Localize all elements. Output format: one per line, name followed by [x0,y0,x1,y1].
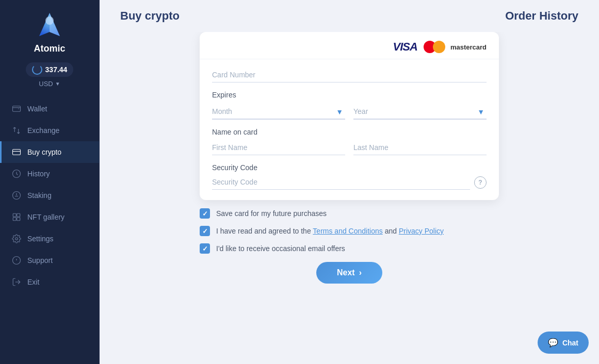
buy-crypto-header-title: Buy crypto [120,9,180,23]
chat-button-label: Chat [562,339,578,347]
chat-bubble-icon: 💬 [548,338,558,348]
save-card-label: Save card for my future purchases [216,209,327,218]
exchange-icon [12,126,21,135]
sidebar-item-label-history: History [27,170,50,178]
support-icon [12,256,21,265]
terms-prefix-text: I have read and agreed to the [216,227,313,235]
sidebar-item-label-support: Support [27,256,53,264]
staking-icon [12,191,21,200]
balance-container: 337.44 [26,62,74,77]
security-row: ? [212,175,487,190]
checkboxes-section: ✓ Save card for my future purchases ✓ I … [200,208,499,254]
sidebar-item-wallet[interactable]: Wallet [0,98,99,120]
first-name-input[interactable] [212,140,345,155]
sidebar-item-label-exit: Exit [27,278,39,286]
buy-crypto-icon [12,147,21,157]
card-form-scroll[interactable]: VISA mastercard Expires [200,32,499,200]
security-code-input[interactable] [212,175,470,190]
svg-rect-7 [13,218,16,221]
year-select[interactable]: Year 2024 2025 2026 2027 2028 2029 2030 [353,104,487,120]
last-name-input[interactable] [353,140,487,155]
currency-label: USD [39,80,53,88]
security-code-label: Security Code [212,163,487,172]
sidebar-item-exit[interactable]: Exit [0,271,99,293]
save-card-check-icon: ✓ [202,210,208,218]
logo-container: Atomic [34,10,65,54]
first-name-field [212,140,345,155]
order-history-header-title: Order History [505,9,578,23]
security-code-help-icon[interactable]: ? [474,176,487,189]
visa-logo: VISA [393,40,417,54]
card-number-section [200,59,499,91]
balance-spinner-icon [32,64,42,75]
nav-menu: Wallet Exchange Buy crypto History Staki… [0,98,99,293]
name-on-card-label: Name on card [200,128,499,136]
month-select-wrapper: Month January February March April May J… [212,104,345,120]
balance-amount: 337.44 [45,65,68,74]
logo-text: Atomic [34,43,65,54]
sidebar-item-label-exchange: Exchange [27,126,59,135]
sidebar-item-label-staking: Staking [27,191,52,200]
card-number-input[interactable] [212,68,487,82]
email-offers-label: I'd like to receive occasional email off… [216,244,345,253]
next-button-label: Next [337,268,355,277]
svg-rect-6 [17,213,20,217]
terms-middle-text: and [383,227,399,235]
currency-selector[interactable]: USD ▼ [39,80,60,88]
year-select-wrapper: Year 2024 2025 2026 2027 2028 2029 2030 … [353,104,487,120]
last-name-field [353,140,487,155]
month-select[interactable]: Month January February March April May J… [212,104,345,120]
terms-check-icon: ✓ [202,227,208,235]
mastercard-logo: mastercard [424,41,487,53]
privacy-policy-link[interactable]: Privacy Policy [399,227,444,235]
sidebar-item-support[interactable]: Support [0,250,99,271]
svg-rect-8 [17,218,20,221]
main-content: Buy crypto Order History VISA mastercard [100,0,599,364]
next-button[interactable]: Next › [316,262,382,284]
exit-icon [12,277,21,287]
sidebar-item-label-wallet: Wallet [27,105,47,113]
terms-checkbox[interactable]: ✓ [200,226,210,236]
expires-label: Expires [212,91,487,99]
settings-icon [12,234,21,243]
terms-conditions-link[interactable]: Terms and Conditions [313,227,382,235]
sidebar-item-history[interactable]: History [0,163,99,185]
sidebar-item-exchange[interactable]: Exchange [0,120,99,141]
nft-gallery-icon [12,212,21,222]
sidebar-item-staking[interactable]: Staking [0,185,99,206]
wallet-icon [12,104,21,113]
svg-rect-2 [13,150,21,155]
save-card-checkbox-row: ✓ Save card for my future purchases [200,208,499,219]
expires-section: Expires [200,91,499,104]
email-offers-checkbox[interactable]: ✓ [200,243,210,254]
svg-point-9 [15,238,18,240]
mc-text: mastercard [450,43,487,51]
card-logos: VISA mastercard [200,32,499,59]
security-section: Security Code ? [200,163,499,200]
sidebar-item-label-settings: Settings [27,235,54,243]
terms-label: I have read and agreed to the Terms and … [216,227,444,235]
history-icon [12,169,21,178]
currency-chevron-icon: ▼ [55,81,60,87]
sidebar-item-nft-gallery[interactable]: NFT gallery [0,206,99,228]
content-area: VISA mastercard Expires [100,32,599,364]
svg-rect-1 [13,106,21,112]
mc-circle-right [433,41,445,53]
svg-rect-5 [13,213,16,217]
terms-checkbox-row: ✓ I have read and agreed to the Terms an… [200,226,499,236]
sidebar: Atomic 337.44 USD ▼ Wallet Exchange Buy … [0,0,100,364]
chat-button[interactable]: 💬 Chat [538,332,589,354]
save-card-checkbox[interactable]: ✓ [200,208,210,219]
next-arrow-icon: › [359,268,362,277]
sidebar-item-settings[interactable]: Settings [0,228,99,250]
email-offers-checkbox-row: ✓ I'd like to receive occasional email o… [200,243,499,254]
email-offers-check-icon: ✓ [202,245,208,253]
sidebar-item-label-nft-gallery: NFT gallery [27,213,64,221]
sidebar-item-label-buy-crypto: Buy crypto [27,148,61,156]
name-row [200,140,499,155]
logo-icon [34,10,65,41]
card-form: VISA mastercard Expires [200,32,499,200]
svg-point-0 [45,16,54,25]
sidebar-item-buy-crypto[interactable]: Buy crypto [0,141,99,163]
next-button-container: Next › [200,262,499,284]
